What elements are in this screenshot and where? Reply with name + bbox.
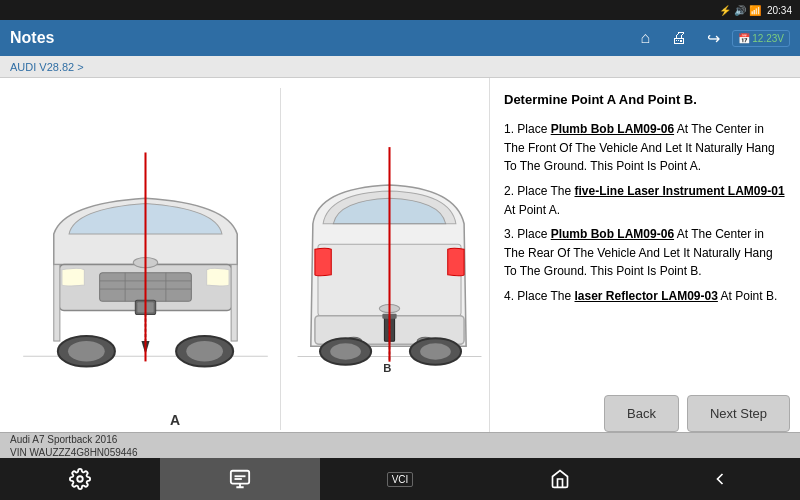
svg-point-12 (186, 341, 223, 361)
instruction-title: Determine Point A And Point B. (504, 90, 786, 110)
svg-rect-13 (53, 264, 59, 340)
instructions-section: Determine Point A And Point B. 1. Place … (490, 78, 800, 440)
svg-point-28 (420, 343, 451, 359)
car-front-svg (13, 142, 278, 377)
instruction-2: 2. Place The five-Line Laser Instrument … (504, 182, 786, 219)
scan-icon (229, 468, 251, 490)
instruction-4: 4. Place The laser Reflector LAM09-03 At… (504, 287, 786, 306)
android-home-button[interactable] (480, 458, 640, 500)
car-info-bar: Audi A7 Sportback 2016 VIN WAUZZZ4G8HN05… (0, 432, 800, 458)
instruction-3: 3. Place Plumb Bob LAM09-06 At The Cente… (504, 225, 786, 281)
android-home-icon (550, 469, 570, 489)
home-button[interactable]: ⌂ (630, 23, 660, 53)
point-a-label: A (170, 412, 180, 428)
image-section: B A (0, 78, 490, 440)
svg-text:B: B (383, 361, 391, 373)
android-back-button[interactable] (640, 458, 800, 500)
status-time: 20:34 (767, 5, 792, 16)
divider (280, 88, 281, 430)
vci-nav-button[interactable]: VCI (320, 458, 480, 500)
svg-point-10 (68, 341, 105, 361)
breadcrumb: AUDI V28.82 > (0, 56, 800, 78)
scan-nav-button[interactable] (160, 458, 320, 500)
bottom-navigation: VCI (0, 458, 800, 500)
header-icons: ⌂ 🖨 ↪ 📅 12.23V (630, 23, 790, 53)
car-rear-svg: B (292, 142, 487, 377)
car-rear-image: B (289, 78, 489, 440)
status-icons: ⚡ 🔊 📶 (719, 5, 761, 16)
car-model: Audi A7 Sportback 2016 (10, 433, 137, 446)
main-content: B A Determine Point A And Point B. 1. Pl… (0, 78, 800, 440)
settings-nav-button[interactable] (0, 458, 160, 500)
car-vin: VIN WAUZZZ4G8HN059446 (10, 446, 137, 459)
next-step-button[interactable]: Next Step (687, 395, 790, 432)
android-back-icon (710, 469, 730, 489)
svg-point-26 (330, 343, 361, 359)
svg-rect-14 (231, 264, 237, 340)
breadcrumb-text: AUDI V28.82 > (10, 61, 84, 73)
navigation-buttons: Back Next Step (604, 395, 790, 432)
svg-rect-36 (231, 471, 249, 484)
header-title: Notes (10, 29, 54, 47)
print-button[interactable]: 🖨 (664, 23, 694, 53)
settings-icon (69, 468, 91, 490)
instruction-1: 1. Place Plumb Bob LAM09-06 At The Cente… (504, 120, 786, 176)
svg-point-35 (77, 476, 83, 482)
battery-voltage: 📅 12.23V (732, 30, 790, 47)
vci-label: VCI (387, 472, 414, 487)
back-button[interactable]: Back (604, 395, 679, 432)
car-front-image (0, 78, 290, 440)
status-bar: ⚡ 🔊 📶 20:34 (0, 0, 800, 20)
header-bar: Notes ⌂ 🖨 ↪ 📅 12.23V (0, 20, 800, 56)
exit-button[interactable]: ↪ (698, 23, 728, 53)
